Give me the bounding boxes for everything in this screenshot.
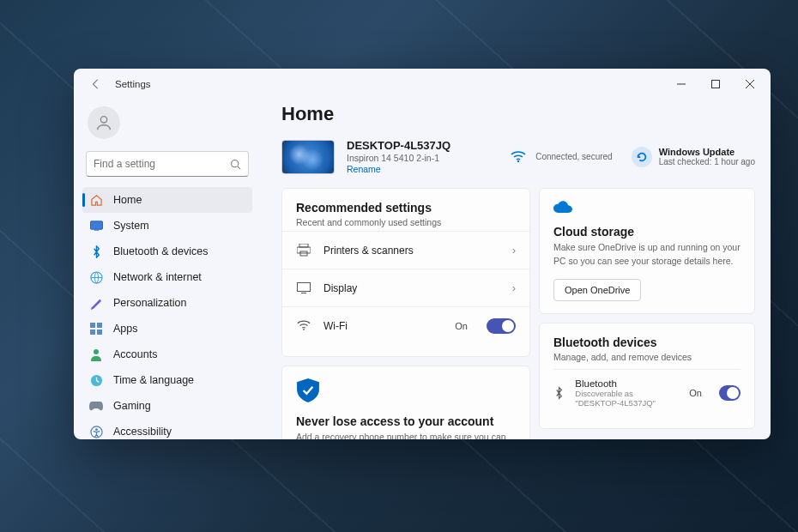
titlebar: Settings: [74, 69, 771, 100]
bluetooth-row-sub: Discoverable as "DESKTOP-4L537JQ": [575, 389, 679, 408]
svg-rect-17: [299, 244, 308, 247]
system-icon: [89, 219, 103, 233]
nav-label: Accounts: [113, 348, 157, 360]
svg-rect-20: [298, 283, 311, 292]
bluetooth-sub: Manage, add, and remove devices: [553, 352, 741, 362]
main-content[interactable]: Home DESKTOP-4L537JQ Inspiron 14 5410 2-…: [261, 100, 771, 439]
nav-label: Time & language: [113, 374, 194, 386]
svg-rect-5: [90, 221, 102, 229]
account-card: Never lose access to your account Add a …: [281, 366, 530, 439]
svg-rect-11: [97, 329, 102, 335]
update-label: Windows Update: [659, 147, 755, 157]
wifi-toggle[interactable]: [487, 318, 516, 334]
search-field[interactable]: [94, 158, 230, 170]
svg-line-4: [238, 166, 240, 168]
nav-label: Home: [113, 194, 142, 206]
nav-label: System: [113, 220, 149, 232]
bluetooth-title: Bluetooth devices: [553, 336, 741, 349]
home-icon: [89, 193, 103, 207]
svg-rect-6: [94, 230, 99, 231]
nav-gaming[interactable]: Gaming: [82, 393, 252, 419]
update-status-icon: [632, 147, 652, 167]
nav-list: Home System Bluetooth & devices Network …: [77, 185, 257, 439]
bluetooth-icon: [553, 385, 565, 401]
recommended-card: Recommended settings Recent and commonly…: [281, 188, 530, 357]
open-onedrive-button[interactable]: Open OneDrive: [553, 279, 641, 301]
nav-label: Personalization: [113, 297, 186, 309]
wifi-status[interactable]: Connected, secured: [508, 147, 613, 167]
svg-rect-8: [90, 323, 95, 328]
nav-time[interactable]: Time & language: [82, 367, 252, 393]
bluetooth-icon: [89, 245, 103, 258]
update-sub: Last checked: 1 hour ago: [659, 157, 755, 166]
recommended-title: Recommended settings: [296, 201, 516, 215]
nav-label: Apps: [113, 323, 138, 335]
nav-label: Gaming: [113, 400, 151, 412]
bluetooth-row-label: Bluetooth: [575, 378, 679, 389]
nav-personalization[interactable]: Personalization: [82, 290, 252, 316]
svg-point-16: [517, 160, 519, 161]
nav-home[interactable]: Home: [82, 187, 252, 213]
nav-label: Accessibility: [113, 426, 172, 438]
account-desc: Add a recovery phone number to make sure…: [296, 431, 516, 439]
personalization-icon: [89, 296, 103, 310]
bluetooth-row[interactable]: Bluetooth Discoverable as "DESKTOP-4L537…: [553, 369, 741, 416]
account-title: Never lose access to your account: [296, 414, 516, 428]
chevron-right-icon: ›: [512, 245, 516, 257]
printer-icon: [296, 243, 311, 258]
back-button[interactable]: [84, 72, 108, 96]
nav-bluetooth[interactable]: Bluetooth & devices: [82, 239, 252, 264]
update-status[interactable]: Windows Update Last checked: 1 hour ago: [632, 147, 755, 167]
nav-network[interactable]: Network & internet: [82, 264, 252, 290]
row-wifi[interactable]: Wi-Fi On: [282, 306, 529, 344]
svg-point-12: [94, 349, 99, 354]
search-icon: [230, 159, 241, 170]
nav-accounts[interactable]: Accounts: [82, 342, 252, 367]
svg-point-3: [232, 160, 239, 166]
settings-window: Settings Home System Bluetooth & devices…: [74, 69, 771, 439]
network-icon: [89, 270, 103, 284]
row-display[interactable]: Display ›: [282, 269, 529, 306]
svg-rect-1: [712, 81, 720, 88]
gaming-icon: [89, 399, 103, 413]
nav-label: Network & internet: [113, 271, 202, 283]
display-icon: [296, 281, 311, 296]
cloud-title: Cloud storage: [553, 225, 741, 239]
nav-apps[interactable]: Apps: [82, 316, 252, 342]
close-button[interactable]: [733, 70, 767, 98]
bluetooth-toggle[interactable]: [719, 385, 741, 401]
svg-rect-10: [90, 329, 95, 335]
row-label: Wi-Fi: [323, 320, 348, 332]
profile[interactable]: [77, 100, 257, 151]
sidebar: Home System Bluetooth & devices Network …: [74, 100, 261, 439]
page-heading: Home: [281, 103, 755, 125]
row-label: Printers & scanners: [323, 245, 414, 257]
search-input[interactable]: [86, 151, 249, 177]
svg-rect-18: [297, 247, 311, 253]
device-thumbnail[interactable]: [281, 140, 335, 174]
maximize-button[interactable]: [698, 70, 733, 98]
svg-rect-9: [97, 323, 102, 328]
device-name: DESKTOP-4L537JQ: [347, 139, 450, 152]
nav-label: Bluetooth & devices: [113, 245, 209, 257]
avatar-icon: [88, 106, 120, 139]
nav-accessibility[interactable]: Accessibility: [82, 419, 252, 439]
device-model: Inspiron 14 5410 2-in-1: [347, 153, 450, 163]
wifi-icon: [296, 318, 311, 334]
cloud-card: Cloud storage Make sure OneDrive is up a…: [539, 188, 755, 314]
row-printers[interactable]: Printers & scanners ›: [282, 231, 529, 269]
minimize-button[interactable]: [664, 70, 698, 98]
apps-icon: [89, 322, 103, 336]
svg-point-22: [303, 329, 305, 330]
svg-point-2: [100, 117, 106, 123]
svg-point-15: [95, 428, 98, 431]
cloud-desc: Make sure OneDrive is up and running on …: [553, 241, 741, 269]
nav-system[interactable]: System: [82, 213, 252, 239]
rename-link[interactable]: Rename: [347, 164, 450, 174]
bluetooth-card: Bluetooth devices Manage, add, and remov…: [539, 323, 755, 429]
recommended-sub: Recent and commonly used settings: [296, 217, 516, 227]
wifi-status-text: Connected, secured: [535, 152, 613, 161]
wifi-icon: [508, 147, 529, 167]
device-row: DESKTOP-4L537JQ Inspiron 14 5410 2-in-1 …: [281, 139, 755, 174]
time-icon: [89, 373, 103, 387]
